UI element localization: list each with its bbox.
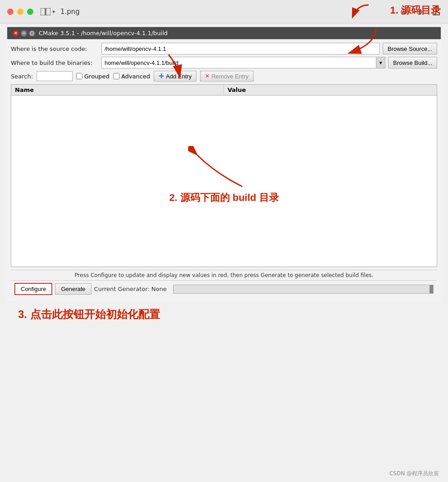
binaries-label: Where to build the binaries: [11, 59, 99, 66]
annotation-1: 1. 源码目录 [390, 4, 441, 17]
mac-minimize-button[interactable] [17, 9, 23, 15]
binaries-input[interactable] [102, 57, 376, 68]
mac-titlebar: ▾ 1.png ⊖ ⊕ 1. 源码目录 [0, 0, 448, 23]
table-col-name: Name [11, 85, 224, 95]
cmake-title: CMake 3.5.1 - /home/will/opencv-4.1.1/bu… [39, 30, 168, 36]
cmake-body: Where is the source code: Browse Source.… [7, 39, 441, 301]
cmake-table: Name Value [11, 84, 437, 267]
status-text: Press Configure to update and display ne… [75, 272, 374, 278]
source-input[interactable] [101, 43, 380, 55]
advanced-checkbox-group: Advanced [113, 73, 150, 80]
remove-icon: ✕ [205, 73, 210, 79]
bottom-bar: Configure Generate Current Generator: No… [11, 280, 437, 297]
mac-window-buttons [7, 9, 33, 15]
csdn-watermark: CSDN @程序员欣宸 [389, 470, 439, 477]
grouped-label: Grouped [84, 73, 110, 80]
search-input[interactable] [37, 71, 73, 81]
generate-button[interactable]: Generate [55, 283, 91, 295]
source-code-row: Where is the source code: Browse Source.… [11, 43, 437, 55]
binaries-input-container: ▼ [101, 57, 385, 68]
advanced-label: Advanced [121, 73, 150, 80]
annotation-2: 2. 源码下面的 build 目录 [169, 192, 279, 203]
cmake-minimize-button[interactable]: − [21, 30, 27, 36]
svg-rect-1 [46, 8, 50, 15]
svg-rect-0 [41, 8, 45, 15]
cmake-maximize-button[interactable]: □ [29, 30, 35, 36]
annotation-3-container: 3. 点击此按钮开始初始化配置 [0, 305, 448, 323]
current-generator-label: Current Generator: None [94, 286, 167, 292]
add-icon: ✛ [159, 73, 164, 80]
search-label: Search: [11, 73, 33, 80]
table-body: 2. 源码下面的 build 目录 [11, 95, 437, 267]
annotation-3: 3. 点击此按钮开始初始化配置 [9, 305, 160, 322]
table-col-value: Value [224, 85, 437, 95]
grouped-checkbox[interactable] [76, 73, 82, 79]
browse-source-button[interactable]: Browse Source... [383, 43, 437, 55]
source-label: Where is the source code: [11, 45, 99, 52]
remove-entry-label: Remove Entry [211, 73, 248, 80]
configure-button[interactable]: Configure [14, 283, 52, 295]
cmake-window-buttons: ✕ − □ [13, 30, 35, 36]
advanced-checkbox[interactable] [113, 73, 119, 79]
generator-value-bar [173, 285, 434, 294]
status-bar: Press Configure to update and display ne… [11, 270, 437, 280]
browse-build-button[interactable]: Browse Build... [388, 57, 437, 68]
add-entry-label: Add Entry [166, 73, 192, 80]
binaries-row: Where to build the binaries: ▼ Browse Bu… [11, 57, 437, 68]
grouped-checkbox-group: Grouped [76, 73, 110, 80]
mac-close-button[interactable] [7, 9, 14, 15]
generator-handle[interactable] [430, 285, 433, 293]
mac-view-icon: ▾ [41, 8, 55, 15]
mac-filename: 1.png [60, 8, 80, 16]
cmake-window: ✕ − □ CMake 3.5.1 - /home/will/opencv-4.… [7, 27, 441, 301]
search-row: Search: Grouped Advanced ✛ Add Entry ✕ R… [11, 71, 437, 82]
cmake-close-button[interactable]: ✕ [13, 30, 19, 36]
binaries-dropdown-button[interactable]: ▼ [376, 57, 385, 68]
mac-maximize-button[interactable] [27, 9, 33, 15]
remove-entry-button[interactable]: ✕ Remove Entry [200, 71, 253, 82]
table-header: Name Value [11, 85, 437, 95]
add-entry-button[interactable]: ✛ Add Entry [154, 71, 197, 82]
cmake-titlebar: ✕ − □ CMake 3.5.1 - /home/will/opencv-4.… [7, 27, 441, 39]
